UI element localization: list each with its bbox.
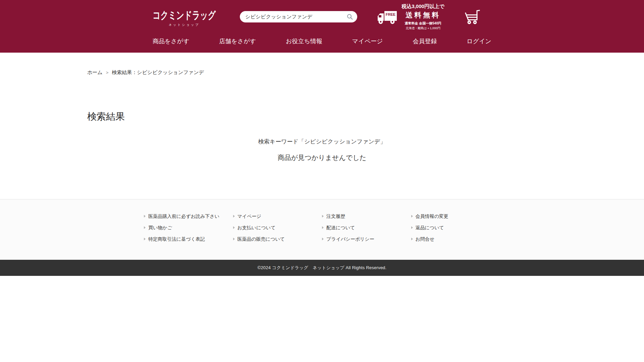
breadcrumb-current: 検索結果：シピシピクッションファンデ [112, 69, 204, 76]
copyright-text: ©2024 コクミンドラッグ ネットショップ All Rights Reserv… [258, 265, 387, 271]
page-title: 検索結果 [87, 110, 557, 123]
footer-link-label: お支払いについて [237, 224, 276, 231]
footer-link-label: 会員情報の変更 [416, 213, 448, 220]
footer-link-label: 特定商取引法に基づく表記 [148, 236, 205, 242]
footer-link-contact[interactable]: お問合せ [411, 236, 500, 242]
arrow-right-icon [322, 215, 324, 218]
shipping-remote-fee: 北海道・離島は＋1,000円 [401, 26, 444, 31]
footer-link-label: プライバシーポリシー [326, 236, 374, 242]
footer-column-2: マイページ お支払いについて 医薬品の販売について [233, 213, 322, 242]
cart-button[interactable] [464, 9, 481, 24]
footer-links-grid: 医薬品購入前に必ずお読み下さい 買い物かご 特定商取引法に基づく表記 マイページ… [144, 213, 500, 242]
footer-link-drug-sales[interactable]: 医薬品の販売について [233, 236, 322, 242]
footer-column-4: 会員情報の変更 返品について お問合せ [411, 213, 500, 242]
search-input[interactable] [245, 14, 346, 20]
footer-link-delivery[interactable]: 配送について [322, 224, 411, 231]
footer-link-cart[interactable]: 買い物かご [144, 224, 233, 231]
footer-column-3: 注文履歴 配送について プライバシーポリシー [322, 213, 411, 242]
footer-link-label: 医薬品の販売について [237, 236, 285, 242]
shipping-text: 税込3,000円以上で 送料無料 通常料金 全国一律540円 北海道・離島は＋1… [401, 3, 444, 31]
main-nav: 商品をさがす 店舗をさがす お役立ち情報 マイページ 会員登録 ログイン [153, 34, 491, 53]
site-logo[interactable]: コクミンドラッグ ネットショップ [153, 10, 216, 27]
arrow-right-icon [144, 215, 146, 218]
footer-link-drug-notice[interactable]: 医薬品購入前に必ずお読み下さい [144, 213, 233, 220]
nav-item-info[interactable]: お役立ち情報 [286, 37, 322, 45]
arrow-right-icon [233, 215, 235, 218]
site-footer: 医薬品購入前に必ずお読み下さい 買い物かご 特定商取引法に基づく表記 マイページ… [0, 199, 644, 260]
cart-icon [464, 9, 481, 24]
nav-item-products[interactable]: 商品をさがす [153, 37, 190, 45]
copyright-bar: ©2024 コクミンドラッグ ネットショップ All Rights Reserv… [0, 260, 644, 276]
footer-link-privacy-policy[interactable]: プライバシーポリシー [322, 236, 411, 242]
footer-link-returns[interactable]: 返品について [411, 224, 500, 231]
breadcrumb-separator: > [106, 70, 109, 75]
footer-link-label: 返品について [416, 224, 444, 231]
logo-subtitle: ネットショップ [153, 23, 216, 27]
footer-link-label: 配送について [326, 224, 355, 231]
arrow-right-icon [233, 226, 235, 229]
breadcrumb-home-link[interactable]: ホーム [87, 69, 103, 76]
nav-item-mypage[interactable]: マイページ [352, 37, 383, 45]
logo-title: コクミンドラッグ [153, 8, 216, 22]
footer-link-label: 買い物かご [148, 224, 172, 231]
arrow-right-icon [144, 226, 146, 229]
shipping-normal-fee: 通常料金 全国一律540円 [401, 21, 444, 26]
arrow-right-icon [411, 226, 413, 229]
no-result-message: 商品が見つかりませんでした [87, 153, 557, 199]
search-keyword-line: 検索キーワード「シピシピクッションファンデ」 [87, 138, 557, 145]
footer-link-label: 注文履歴 [326, 213, 345, 220]
shipping-threshold: 税込3,000円以上で [401, 3, 444, 10]
footer-link-label: お問合せ [416, 236, 435, 242]
search-box [240, 11, 357, 22]
arrow-right-icon [322, 238, 324, 240]
arrow-right-icon [411, 238, 413, 240]
nav-item-register[interactable]: 会員登録 [413, 37, 437, 45]
shipping-free-text: 送料無料 [401, 10, 444, 20]
main-content: ホーム > 検索結果：シピシピクッションファンデ 検索結果 検索キーワード「シピ… [87, 69, 557, 199]
footer-link-commerce-law[interactable]: 特定商取引法に基づく表記 [144, 236, 233, 242]
footer-link-order-history[interactable]: 注文履歴 [322, 213, 411, 220]
footer-link-label: 医薬品購入前に必ずお読み下さい [148, 213, 219, 220]
search-icon [346, 13, 353, 20]
footer-link-payment[interactable]: お支払いについて [233, 224, 322, 231]
arrow-right-icon [144, 238, 146, 240]
arrow-right-icon [233, 238, 235, 240]
footer-column-1: 医薬品購入前に必ずお読み下さい 買い物かご 特定商取引法に基づく表記 [144, 213, 233, 242]
empty-area [0, 276, 644, 357]
arrow-right-icon [411, 215, 413, 218]
nav-item-stores[interactable]: 店舗をさがす [219, 37, 256, 45]
footer-link-member-info[interactable]: 会員情報の変更 [411, 213, 500, 220]
truck-icon: FREE [377, 9, 398, 25]
footer-link-label: マイページ [237, 213, 261, 220]
arrow-right-icon [322, 226, 324, 229]
header-top-row: コクミンドラッグ ネットショップ FREE [153, 0, 491, 34]
nav-item-login[interactable]: ログイン [467, 37, 491, 45]
breadcrumb: ホーム > 検索結果：シピシピクッションファンデ [87, 69, 557, 76]
free-shipping-banner: FREE 税込3,000円以上で 送料無料 通常料金 全国一律540円 北海道・… [377, 3, 444, 31]
search-button[interactable] [346, 13, 354, 21]
site-header: コクミンドラッグ ネットショップ FREE [0, 0, 644, 53]
footer-link-mypage[interactable]: マイページ [233, 213, 322, 220]
truck-free-label: FREE [386, 12, 395, 16]
